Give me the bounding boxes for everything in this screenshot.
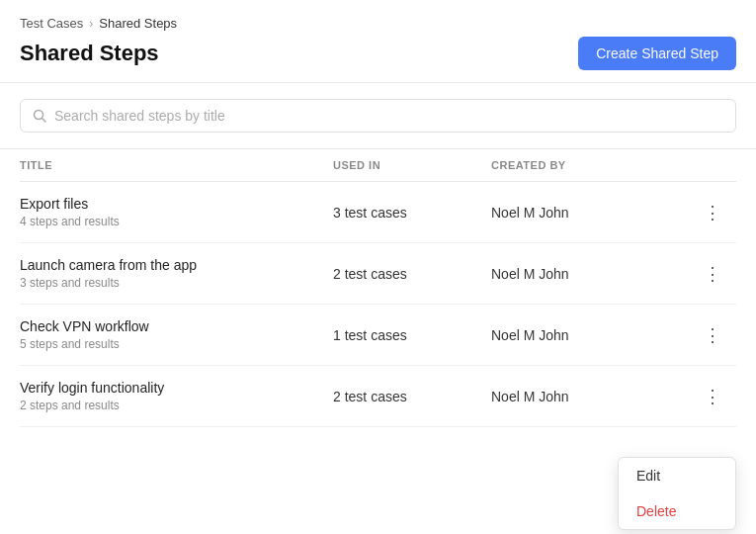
col-header-actions xyxy=(689,159,736,171)
row-title-cell: Export files 4 steps and results xyxy=(20,196,333,228)
row-title-cell: Check VPN workflow 5 steps and results xyxy=(20,318,333,351)
more-options-button[interactable]: ⋮ xyxy=(696,261,729,287)
svg-line-1 xyxy=(42,119,46,123)
more-options-button[interactable]: ⋮ xyxy=(696,384,729,409)
item-title: Launch camera from the app xyxy=(20,257,333,273)
search-section xyxy=(0,83,756,149)
created-by-cell: Noel M John xyxy=(491,327,689,343)
table-row: Verify login functionality 2 steps and r… xyxy=(20,366,736,427)
search-icon xyxy=(33,109,46,123)
context-menu: Edit Delete xyxy=(618,457,736,530)
col-header-used-in: USED IN xyxy=(333,159,491,171)
page-title: Shared Steps xyxy=(20,41,159,66)
item-subtitle: 3 steps and results xyxy=(20,276,333,290)
item-subtitle: 5 steps and results xyxy=(20,337,333,351)
context-menu-delete[interactable]: Delete xyxy=(619,493,735,529)
used-in-cell: 2 test cases xyxy=(333,389,491,404)
breadcrumb-current: Shared Steps xyxy=(99,16,177,31)
more-options-button[interactable]: ⋮ xyxy=(696,200,729,225)
item-title: Verify login functionality xyxy=(20,380,333,396)
page-header: Test Cases › Shared Steps Shared Steps C… xyxy=(0,0,756,83)
created-by-cell: Noel M John xyxy=(491,266,689,282)
shared-steps-table: TITLE USED IN CREATED BY Export files 4 … xyxy=(0,149,756,427)
breadcrumb-parent[interactable]: Test Cases xyxy=(20,16,83,31)
row-title-cell: Verify login functionality 2 steps and r… xyxy=(20,380,333,412)
col-header-created-by: CREATED BY xyxy=(491,159,689,171)
table-row: Launch camera from the app 3 steps and r… xyxy=(20,243,736,305)
used-in-cell: 1 test cases xyxy=(333,327,491,343)
item-subtitle: 2 steps and results xyxy=(20,399,333,412)
used-in-cell: 3 test cases xyxy=(333,205,491,221)
breadcrumb-separator-icon: › xyxy=(89,17,93,31)
col-header-title: TITLE xyxy=(20,159,333,171)
create-shared-step-button[interactable]: Create Shared Step xyxy=(578,37,736,70)
used-in-cell: 2 test cases xyxy=(333,266,491,282)
actions-cell: ⋮ xyxy=(689,384,736,409)
actions-cell: ⋮ xyxy=(689,261,736,287)
actions-cell: ⋮ xyxy=(689,200,736,225)
row-title-cell: Launch camera from the app 3 steps and r… xyxy=(20,257,333,290)
item-title: Export files xyxy=(20,196,333,212)
created-by-cell: Noel M John xyxy=(491,389,689,404)
item-title: Check VPN workflow xyxy=(20,318,333,334)
table-row: Check VPN workflow 5 steps and results 1… xyxy=(20,305,736,366)
table-header: TITLE USED IN CREATED BY xyxy=(20,149,736,182)
more-options-button[interactable]: ⋮ xyxy=(696,322,729,348)
search-box xyxy=(20,99,736,133)
breadcrumb: Test Cases › Shared Steps xyxy=(20,16,736,31)
context-menu-edit[interactable]: Edit xyxy=(619,458,735,493)
item-subtitle: 4 steps and results xyxy=(20,215,333,228)
search-input[interactable] xyxy=(54,108,723,124)
table-row: Export files 4 steps and results 3 test … xyxy=(20,182,736,243)
created-by-cell: Noel M John xyxy=(491,205,689,221)
actions-cell: ⋮ xyxy=(689,322,736,348)
